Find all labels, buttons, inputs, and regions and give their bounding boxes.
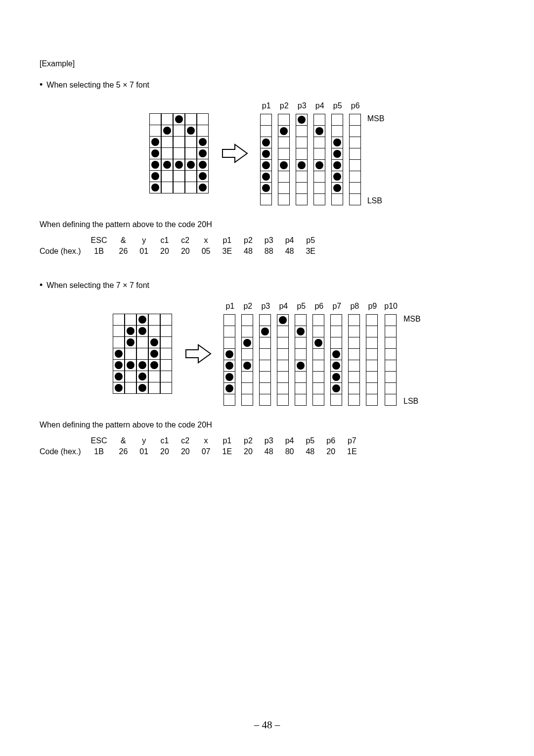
byte-cell (277, 382, 289, 394)
byte-cell (312, 360, 324, 372)
grid-cell (160, 382, 172, 394)
grid-cell (136, 336, 148, 348)
table-header-cell: c1 (154, 435, 175, 446)
byte-cell (296, 171, 308, 183)
column-label: p6 (314, 302, 323, 313)
lsb-label: LSB (403, 397, 421, 406)
byte-cell (223, 360, 235, 372)
grid-cell (148, 314, 160, 326)
byte-cell (259, 371, 271, 383)
bullet-7x7: • When selecting the 7 × 7 font (40, 281, 494, 290)
table-value-cell: 01 (134, 446, 154, 457)
table-value-cell: 80 (279, 446, 300, 457)
byte-cell (295, 337, 307, 349)
byte-cell (313, 159, 325, 171)
grid-cell (113, 348, 125, 360)
byte-cell (366, 382, 378, 394)
grid-cell (125, 371, 136, 382)
byte-cell (330, 326, 342, 337)
msb-lsb-labels: MSB LSB (367, 101, 385, 205)
byte-cell (349, 125, 361, 137)
column-label: p5 (297, 302, 306, 313)
byte-cell (241, 337, 253, 349)
byte-cell (385, 326, 397, 337)
byte-cell (385, 371, 397, 383)
grid-cell (125, 359, 136, 371)
byte-cell (331, 137, 343, 148)
table-value-cell: 26 (113, 446, 134, 457)
grid-cell (185, 113, 197, 125)
byte-cell (312, 326, 324, 337)
byte-column: p5 (295, 302, 307, 406)
column-label: p2 (280, 101, 289, 112)
table-header-cell: & (113, 235, 134, 246)
byte-cell (330, 360, 342, 372)
table-value-cell: 1B (85, 446, 113, 457)
byte-cell (278, 125, 290, 137)
grid-cell (113, 371, 125, 382)
byte-cell (348, 337, 360, 349)
byte-column: p5 (332, 101, 344, 205)
grid-cell (161, 147, 173, 159)
byte-cell (331, 193, 343, 205)
grid-cell (173, 136, 185, 148)
table-value-cell: 20 (175, 446, 196, 457)
grid-cell (148, 348, 160, 360)
byte-cell (331, 114, 343, 126)
byte-cell (296, 125, 308, 137)
grid-cell (148, 382, 160, 394)
byte-column: p3 (296, 101, 308, 205)
byte-cell (313, 182, 325, 194)
byte-cell (331, 159, 343, 171)
grid-cell (148, 371, 160, 382)
grid-cell (149, 159, 161, 171)
byte-column: p4 (314, 101, 326, 205)
table-value-cell: 20 (238, 446, 259, 457)
grid-cell (160, 359, 172, 371)
byte-column: p9 (366, 302, 378, 406)
byte-cell (312, 337, 324, 349)
msb-label: MSB (367, 114, 385, 123)
table-header-cell: p4 (279, 235, 300, 246)
grid-cell (197, 147, 209, 159)
column-label: p8 (350, 302, 359, 313)
byte-column: p4 (277, 302, 289, 406)
column-label: p1 (225, 302, 234, 313)
byte-cell (330, 371, 342, 383)
grid-cell (185, 159, 197, 171)
grid-cell (173, 182, 185, 193)
byte-cell (278, 182, 290, 194)
byte-cell (278, 148, 290, 160)
byte-cell (278, 114, 290, 126)
grid-cell (173, 159, 185, 171)
table-value-cell: 3E (216, 246, 238, 257)
example-heading: [Example] (40, 59, 494, 68)
byte-cell (349, 159, 361, 171)
byte-cell (241, 314, 253, 326)
table-header-cell: p7 (341, 435, 363, 446)
byte-cell (295, 360, 307, 372)
grid-cell (185, 147, 197, 159)
figure-7x7: p1p2p3p4p5p6p7p8p9p10 MSB LSB (40, 302, 494, 406)
byte-cell (241, 348, 253, 360)
grid-cell (113, 314, 125, 326)
grid-cell (173, 147, 185, 159)
byte-cell (277, 371, 289, 383)
byte-cell (260, 148, 272, 160)
table-value-cell: 05 (196, 246, 217, 257)
byte-cell (348, 371, 360, 383)
grid-cell (136, 371, 148, 382)
byte-cell (259, 394, 271, 406)
byte-cell (260, 125, 272, 137)
byte-cell (330, 382, 342, 394)
grid-cell (197, 170, 209, 182)
column-label: p7 (332, 302, 341, 313)
byte-cell (296, 137, 308, 148)
byte-cell (296, 193, 308, 205)
byte-cell (366, 314, 378, 326)
grid-cell (161, 170, 173, 182)
byte-cell (330, 314, 342, 326)
grid-cell (160, 336, 172, 348)
grid-cell (185, 170, 197, 182)
byte-cell (348, 360, 360, 372)
